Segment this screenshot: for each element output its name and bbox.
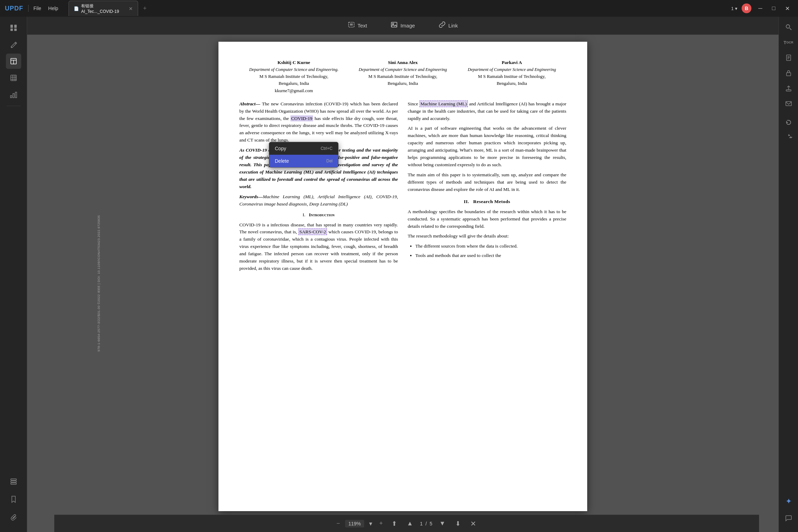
close-window-button[interactable]: ✕: [782, 4, 792, 13]
link-icon: [439, 21, 446, 30]
content-area: 978-1-6654-2577-3/22/$31.00 ©2022 IEEE |…: [27, 35, 779, 532]
context-copy-button[interactable]: Copy Ctrl+C: [269, 142, 338, 155]
help-menu[interactable]: Help: [48, 6, 58, 11]
pdf-page: Kshitij C Kurne Department of Computer S…: [218, 42, 587, 511]
covid19-highlight: COVID-19: [290, 115, 313, 121]
author1-block: Kshitij C Kurne Department of Computer S…: [239, 59, 348, 94]
image-icon: [391, 21, 398, 30]
svg-rect-28: [786, 102, 791, 106]
sidebar-thumbnail-button[interactable]: [6, 20, 21, 35]
svg-rect-19: [11, 483, 16, 484]
active-tab[interactable]: 📄 有链接AI_Tec..._COVID-19 ✕: [69, 1, 138, 16]
delete-label: Delete: [275, 158, 289, 164]
toolbar-image-label: Image: [400, 23, 415, 29]
author3-name: Parkavi A: [457, 59, 566, 66]
author2-block: Sini Anna Alex Department of Computer Sc…: [348, 59, 457, 94]
sidebar-bookmark-button[interactable]: [6, 492, 21, 507]
copy-label: Copy: [275, 146, 286, 151]
author2-institute: M S Ramaiah Institute of Technology,: [348, 73, 457, 80]
sidebar-bottom: [6, 474, 21, 532]
copy-shortcut: Ctrl+C: [321, 146, 333, 151]
author3-institute: M S Ramaiah Institue of Technology,: [457, 73, 566, 80]
text-icon: [348, 21, 355, 30]
research-para1: A methodology specifies the boundaries o…: [408, 208, 566, 230]
abstract-text: The new Coronavirus infection (COVID-19)…: [239, 101, 398, 143]
sidebar-chart-button[interactable]: [6, 87, 21, 102]
sidebar-stack-button[interactable]: [6, 474, 21, 489]
user-avatar[interactable]: B: [742, 3, 751, 13]
sidebar-separator: [7, 106, 21, 106]
svg-point-20: [786, 25, 790, 28]
zoom-value[interactable]: 119%: [345, 520, 365, 527]
author3-dept: Department of Computer Science and Engin…: [457, 66, 566, 73]
titlebar-divider: [28, 5, 29, 12]
right-sidebar-lock-button[interactable]: [782, 66, 796, 80]
tab-title: 有链接AI_Tec..._COVID-19: [81, 3, 126, 14]
toolbar-link-button[interactable]: Link: [434, 19, 463, 32]
page-number: 1: [731, 6, 734, 11]
context-delete-button[interactable]: Delete Del: [269, 155, 338, 167]
right-sidebar-share-button[interactable]: [782, 81, 796, 95]
svg-rect-27: [786, 90, 791, 91]
maximize-button[interactable]: □: [769, 4, 778, 13]
author2-location: Bengaluru, India: [348, 80, 457, 87]
svg-rect-17: [11, 479, 16, 480]
research-heading: II. Research Metods: [408, 198, 566, 205]
tab-pdf-icon: 📄: [74, 6, 79, 11]
keywords-para: Keywords—Machine Learning (ML), Artifici…: [239, 193, 398, 208]
author2-name: Sini Anna Alex: [348, 59, 457, 66]
prev-page-button[interactable]: ▲: [404, 518, 416, 529]
right-sidebar-search-button[interactable]: [782, 20, 796, 34]
svg-line-21: [790, 28, 791, 30]
zoom-out-button[interactable]: −: [334, 518, 342, 529]
scroll-bottom-button[interactable]: ⬇: [453, 518, 463, 529]
sidebar-table-button[interactable]: [6, 70, 21, 86]
two-col-content: Abstract— The new Coronavirus infection …: [239, 100, 566, 275]
left-sidebar: [0, 17, 27, 532]
svg-rect-2: [10, 29, 13, 31]
author1-email: kkurne7@gmail.com: [239, 87, 348, 94]
close-nav-button[interactable]: ✕: [468, 518, 479, 529]
right-sidebar-mail-button[interactable]: [782, 97, 796, 111]
right-sidebar-redo-button[interactable]: [782, 131, 796, 145]
ml-highlight: Machine Learning (ML): [420, 100, 468, 107]
sidebar-edit-button[interactable]: [6, 37, 21, 52]
bullet1: The different sources from where the dat…: [415, 243, 566, 250]
abstract-para: Abstract— The new Coronavirus infection …: [239, 100, 398, 144]
minimize-button[interactable]: ─: [756, 4, 765, 13]
delete-shortcut: Del: [326, 159, 333, 163]
next-page-button[interactable]: ▼: [437, 518, 448, 529]
bullet2: Tools and methods that are used to colle…: [415, 252, 566, 259]
toolbar: Text Image Link: [27, 17, 779, 35]
research-numeral: II.: [464, 199, 469, 204]
vertical-copyright-text: 978-1-6654-2577-3/22/$31.00 ©2022 IEEE |…: [97, 215, 101, 352]
zoom-dropdown-button[interactable]: ▾: [367, 518, 374, 529]
toolbar-link-label: Link: [448, 23, 458, 29]
toolbar-image-button[interactable]: Image: [386, 19, 420, 32]
tab-close-button[interactable]: ✕: [129, 6, 133, 11]
file-menu[interactable]: File: [33, 6, 41, 11]
sidebar-layout-button[interactable]: [6, 54, 21, 69]
toolbar-text-label: Text: [358, 23, 367, 29]
scroll-top-button[interactable]: ⬆: [389, 518, 400, 529]
toolbar-text-button[interactable]: Text: [343, 19, 372, 32]
intro-para1: COVID-19 is a infectious disease, that h…: [239, 221, 398, 272]
intro-heading: I. Introduction: [239, 211, 398, 219]
intro-title: Introduction: [309, 212, 335, 217]
page-arrow[interactable]: ▾: [735, 6, 737, 11]
right-sidebar-comment-button[interactable]: [782, 511, 796, 525]
page-navigation: 1 / 5: [420, 521, 432, 526]
bottom-bar: − 119% ▾ + ⬆ ▲ 1 / 5 ▼ ⬇ ✕: [54, 515, 759, 532]
sidebar-attach-button[interactable]: [6, 510, 21, 525]
keywords-text: Machine Learning (ML), Artificial Intell…: [239, 194, 398, 207]
right-sidebar-bottom: ✦: [782, 494, 796, 532]
research-title-text: Research Metods: [473, 199, 510, 204]
svg-rect-9: [11, 75, 16, 81]
right-sidebar-ocr-button[interactable]: TOCR: [782, 35, 796, 49]
authors-row: Kshitij C Kurne Department of Computer S…: [239, 59, 566, 94]
new-tab-button[interactable]: +: [141, 4, 149, 13]
right-sidebar-undo-button[interactable]: [782, 115, 796, 129]
zoom-in-button[interactable]: +: [377, 518, 385, 529]
right-sidebar-page-button[interactable]: [782, 51, 796, 65]
right-sidebar-ai-button[interactable]: ✦: [782, 494, 796, 508]
